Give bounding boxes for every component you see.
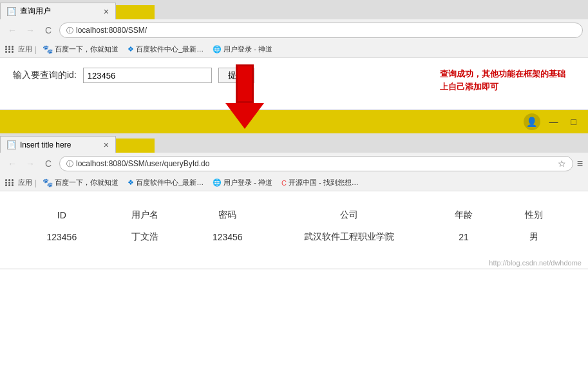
browser-menu-icon[interactable]: ≡ [577,158,583,169]
bottom-bm-baidu-item[interactable]: 🐾 百度一下，你就知道 [39,178,122,187]
top-address-bar[interactable]: ⓘ localhost:8080/SSM/ [59,23,583,38]
col-password-header: 密码 [185,204,270,226]
refresh-button[interactable]: C [41,23,55,37]
apps-button[interactable]: 应用 [5,44,32,54]
bottom-omnibox-bar: ← → C ⓘ localhost:8080/SSM/user/queryByI… [0,153,588,175]
result-table: ID 用户名 密码 公司 年龄 性别 123456丁文浩123456武汉软件工程… [19,204,569,248]
bottom-apps-button[interactable]: 应用 [5,178,32,187]
bottom-ms-icon: ❖ [128,178,134,187]
bottom-back-button[interactable]: ← [5,157,19,171]
col-gender-header: 性别 [498,204,569,226]
top-inactive-tab[interactable] [116,5,155,19]
bottom-bm-csdn-label: 开源中国 - 找到您想… [289,178,359,187]
top-tab-bar: 📄 查询用户 × [0,0,588,19]
bottom-user-icon: 🌐 [213,178,222,187]
table-cell: 武汉软件工程职业学院 [270,226,429,248]
top-page-content: 输入要查询的id: 提交 查询成功，其他功能在框架的基础上自己添加即可 [0,58,588,110]
bm-user-label: 用户登录 - 禅道 [223,44,272,54]
bottom-refresh-button[interactable]: C [41,157,55,171]
table-header-row: ID 用户名 密码 公司 年龄 性别 [19,204,569,226]
table-cell: 丁文浩 [104,226,185,248]
person-icon-symbol: 👤 [526,117,537,127]
table-cell: 男 [498,226,569,248]
top-tab-label: 查询用户 [20,6,51,17]
bottom-inactive-tab[interactable] [116,139,155,153]
bottom-bm-user-label: 用户登录 - 禅道 [223,178,272,187]
bookmark-star-icon[interactable]: ☆ [558,158,566,169]
apps-label: 应用 [18,44,32,54]
bottom-tab-page-icon: 📄 [7,140,16,149]
top-bookmarks-bar: 应用 | 🐾 百度一下，你就知道 ❖ 百度软件中心_最新… 🌐 用户登录 - 禅… [0,41,588,58]
top-active-tab[interactable]: 📄 查询用户 × [0,3,116,19]
bottom-tab-bar: 📄 Insert title here × [0,133,588,153]
bm-baidu-label: 百度一下，你就知道 [55,44,119,54]
back-button[interactable]: ← [5,23,19,37]
tab-page-icon: 📄 [7,7,16,16]
baidu-icon: 🐾 [43,44,53,54]
csdn-icon: C [281,179,287,187]
col-username-header: 用户名 [104,204,185,226]
bottom-forward-button[interactable]: → [23,157,37,171]
col-id-header: ID [19,204,104,226]
bottom-bm-baidu-label: 百度一下，你就知道 [55,178,119,187]
bottom-active-tab[interactable]: 📄 Insert title here × [0,136,116,153]
arrow-shaft [236,64,254,103]
bottom-address-bar[interactable]: ⓘ localhost:8080/SSM/user/queryById.do ☆ [59,156,573,171]
bm-user-item[interactable]: 🌐 用户登录 - 禅道 [209,44,276,54]
bottom-tab-label: Insert title here [20,140,71,149]
taskbar-person-icon[interactable]: 👤 [524,113,540,130]
bottom-apps-label: 应用 [18,178,32,187]
bottom-bm-csdn-item[interactable]: C 开源中国 - 找到您想… [278,178,362,187]
arrow-head [225,103,264,129]
bottom-tab-close[interactable]: × [104,140,109,150]
result-page-content: ID 用户名 密码 公司 年龄 性别 123456丁文浩123456武汉软件工程… [0,191,588,269]
bottom-address-text: localhost:8080/SSM/user/queryById.do [76,159,209,168]
bottom-lock-icon: ⓘ [66,159,73,169]
top-tab-close[interactable]: × [104,6,109,17]
bottom-bookmarks-bar: 应用 | 🐾 百度一下，你就知道 ❖ 百度软件中心_最新… 🌐 用户登录 - 禅… [0,175,588,191]
col-company-header: 公司 [270,204,429,226]
query-input[interactable] [83,68,212,83]
taskbar-strip: 👤 — □ [0,110,588,133]
bm-baidu-item[interactable]: 🐾 百度一下，你就知道 [39,44,122,54]
bottom-bm-user-item[interactable]: 🌐 用户登录 - 禅道 [209,178,276,187]
top-address-text: localhost:8080/SSM/ [76,26,147,35]
bottom-browser-window: 📄 Insert title here × ← → C ⓘ localhost:… [0,133,588,269]
bm-ms-label: 百度软件中心_最新… [136,44,204,54]
watermark: http://blog.csdn.net/dwhdome [489,259,582,267]
user-icon: 🌐 [213,45,222,53]
table-cell: 123456 [19,226,104,248]
ms-icon: ❖ [128,45,134,53]
col-age-header: 年龄 [429,204,499,226]
bm-ms-item[interactable]: ❖ 百度软件中心_最新… [124,44,207,54]
bottom-bm-ms-item[interactable]: ❖ 百度软件中心_最新… [124,178,207,187]
bottom-bm-ms-label: 百度软件中心_最新… [136,178,204,187]
table-cell: 123456 [185,226,270,248]
restore-button[interactable]: □ [567,115,580,128]
query-label: 输入要查询的id: [13,70,77,81]
top-browser-window: 📄 查询用户 × ← → C ⓘ localhost:8080/SSM/ [0,0,588,110]
table-row: 123456丁文浩123456武汉软件工程职业学院21男 [19,226,569,248]
bottom-baidu-icon: 🐾 [43,178,53,187]
table-cell: 21 [429,226,499,248]
red-arrow-annotation [225,64,264,129]
lock-icon: ⓘ [66,26,73,35]
minimize-button[interactable]: — [545,115,562,128]
annotation-text: 查询成功，其他功能在框架的基础上自己添加即可 [440,68,569,93]
query-form-row: 输入要查询的id: 提交 [13,68,254,83]
top-omnibox-bar: ← → C ⓘ localhost:8080/SSM/ [0,19,588,41]
forward-button[interactable]: → [23,23,37,37]
